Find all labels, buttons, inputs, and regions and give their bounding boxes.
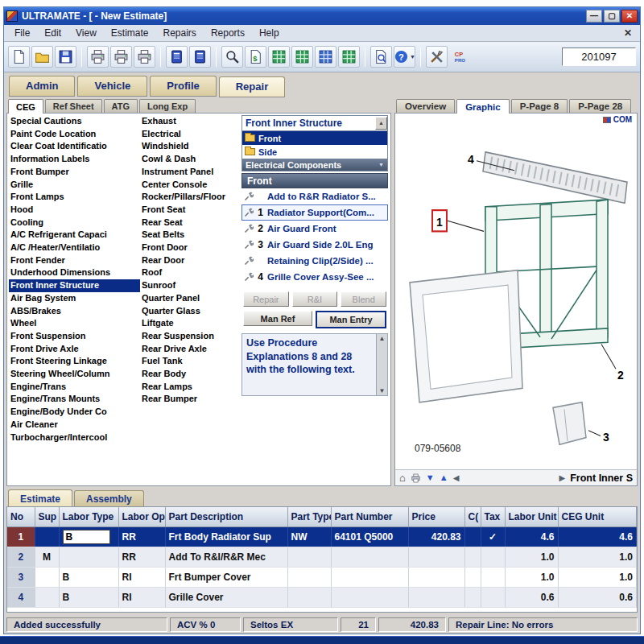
category-item[interactable]: Cowl & Dash — [140, 153, 241, 166]
category-item[interactable]: Sunroof — [140, 279, 241, 292]
cell-no[interactable]: 2 — [7, 547, 35, 567]
procedure-scrollbar[interactable]: ▲▼ — [376, 334, 387, 395]
maximize-button[interactable]: ▢ — [604, 10, 620, 23]
cell-no[interactable]: 1 — [7, 526, 35, 547]
tab-ref-sheet[interactable]: Ref Sheet — [45, 99, 102, 113]
structure-item[interactable]: 2Air Guard Front — [242, 221, 388, 237]
cell-part_number[interactable] — [331, 547, 408, 567]
tab-overview[interactable]: Overview — [396, 99, 455, 113]
menu-file[interactable]: File — [7, 26, 37, 40]
tab-assembly[interactable]: Assembly — [74, 490, 144, 506]
cell-labor_op[interactable]: RR — [118, 526, 165, 547]
cell-labor_type[interactable]: B — [59, 587, 118, 607]
category-item[interactable]: Quarter Glass — [140, 305, 241, 318]
menu-view[interactable]: View — [68, 26, 104, 40]
cell-tax[interactable] — [481, 587, 505, 607]
cell-labor_op[interactable]: RI — [118, 587, 165, 607]
category-item[interactable]: Rear Suspension — [140, 330, 241, 343]
cell-labor_op[interactable]: RR — [118, 547, 165, 567]
structure-item[interactable]: 3Air Guard Side 2.0L Eng — [242, 237, 388, 253]
button-blend[interactable]: Blend — [341, 291, 386, 307]
group-header[interactable]: Electrical Components — [242, 159, 387, 171]
cell-labor_unit[interactable]: 4.6 — [505, 526, 558, 547]
find-document-button[interactable] — [370, 46, 392, 68]
category-item[interactable]: A/C Refrigerant Capaci — [9, 229, 140, 242]
category-item[interactable]: Roof — [140, 266, 241, 279]
column-header-part-type[interactable]: Part Type — [287, 507, 331, 526]
cell-sup[interactable] — [35, 567, 59, 587]
category-item[interactable]: Rear Bumper — [140, 393, 241, 406]
cell-price[interactable] — [408, 547, 464, 567]
category-item[interactable]: Underhood Dimensions — [9, 266, 140, 279]
category-item[interactable]: Rear Door — [140, 254, 241, 267]
category-item[interactable]: Windshield — [140, 140, 241, 153]
category-item[interactable]: Air Bag System — [9, 292, 140, 305]
category-item[interactable]: Wheel — [9, 317, 140, 330]
category-item[interactable]: Rear Seat — [140, 217, 241, 229]
home-icon[interactable]: ⌂ — [399, 473, 406, 483]
cell-desc[interactable]: Frt Bumper Cover — [165, 567, 287, 587]
category-item[interactable]: ABS/Brakes — [9, 305, 140, 318]
table-row[interactable]: 1BRRFrt Body Radiator SupNW64101 Q500042… — [7, 526, 637, 547]
calculator-button[interactable] — [268, 46, 290, 68]
cell-desc[interactable]: Grille Cover — [165, 587, 287, 607]
category-item[interactable]: Information Labels — [9, 153, 140, 166]
category-item[interactable]: Front Fender — [9, 254, 140, 267]
up-arrow-icon[interactable]: ▲ — [440, 473, 448, 482]
cell-part_type[interactable]: NW — [287, 526, 331, 547]
print-graphic-icon[interactable] — [411, 473, 421, 483]
cell-part_type[interactable] — [287, 567, 331, 587]
category-item[interactable]: Fuel Tank — [140, 355, 241, 368]
category-item[interactable]: Engine/Trans Mounts — [9, 393, 140, 406]
tab-admin[interactable]: Admin — [9, 76, 75, 97]
print-button[interactable] — [87, 46, 109, 68]
prev-graphic-icon[interactable]: ◀ — [453, 474, 460, 482]
print-preview-button[interactable] — [110, 46, 132, 68]
labor-type-edit-field[interactable]: B — [63, 530, 111, 544]
callout-4[interactable]: 4 — [468, 153, 475, 167]
category-item[interactable]: Front Lamps — [9, 191, 140, 204]
cell-sup[interactable]: M — [35, 547, 59, 567]
structure-item[interactable]: 4Grille Cover Assy-See ... — [242, 269, 388, 285]
cell-part_number[interactable]: 64101 Q5000 — [331, 526, 408, 547]
button-r-i[interactable]: R&I — [292, 291, 338, 307]
cell-sup[interactable] — [35, 526, 59, 547]
minimize-button[interactable]: — — [586, 10, 602, 23]
category-item[interactable]: Rear Body — [140, 368, 241, 381]
table-row[interactable]: 3BRIFrt Bumper Cover1.01.0 — [7, 567, 637, 587]
cell-labor_op[interactable]: RI — [118, 567, 165, 587]
category-item[interactable]: Rear Lamps — [140, 381, 241, 394]
structure-item[interactable]: Add to R&R Radiator S... — [242, 188, 388, 204]
cell-ceg_unit[interactable]: 0.6 — [558, 587, 637, 607]
category-item[interactable]: Grille — [9, 179, 140, 192]
tab-vehicle[interactable]: Vehicle — [77, 76, 147, 97]
estimate-number-field[interactable] — [562, 47, 636, 66]
tab-p-page-28[interactable]: P-Page 28 — [569, 99, 631, 113]
worksheet-button[interactable] — [291, 46, 313, 68]
category-item[interactable]: Hood — [9, 204, 140, 217]
cell-sup[interactable] — [35, 587, 59, 607]
cell-labor_unit[interactable]: 0.6 — [505, 587, 558, 607]
category-item[interactable]: Cooling — [9, 217, 140, 229]
cp-pro-button[interactable]: CPPRO — [449, 46, 473, 68]
cell-c[interactable] — [464, 567, 481, 587]
cell-ceg_unit[interactable]: 4.6 — [558, 526, 637, 547]
search-vehicle-button[interactable] — [221, 46, 243, 68]
menu-help[interactable]: Help — [252, 26, 287, 40]
category-item[interactable]: Electrical — [140, 128, 241, 141]
save-button[interactable] — [55, 46, 76, 68]
cell-no[interactable]: 4 — [7, 587, 35, 607]
close-button[interactable]: ✕ — [621, 10, 638, 23]
column-header-ceg-unit[interactable]: CEG Unit — [558, 507, 637, 526]
next-graphic-icon[interactable]: ▶ — [559, 474, 566, 482]
cell-desc[interactable]: Add To R&I/R&R Mec — [165, 547, 287, 567]
category-item[interactable]: Instrument Panel — [140, 166, 241, 179]
callout-2[interactable]: 2 — [617, 369, 624, 382]
tab-graphic[interactable]: Graphic — [456, 99, 509, 114]
cell-ceg_unit[interactable]: 1.0 — [558, 547, 637, 567]
cell-c[interactable] — [464, 526, 481, 547]
labor-report-button[interactable] — [338, 46, 360, 68]
cell-price[interactable] — [408, 567, 464, 587]
category-item[interactable]: Exhaust — [140, 115, 241, 128]
callout-3[interactable]: 3 — [603, 430, 609, 444]
